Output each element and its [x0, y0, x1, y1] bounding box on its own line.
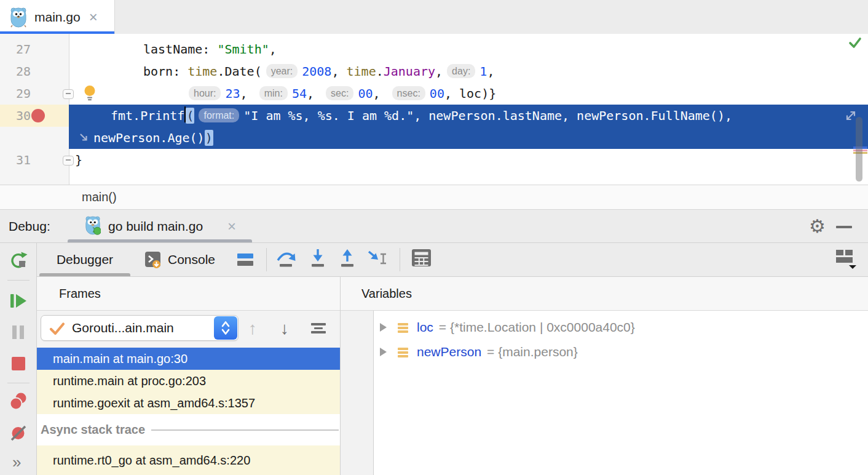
- go-gopher-debug-icon: [85, 215, 101, 235]
- code-token: 54: [292, 86, 307, 101]
- variable-name: loc: [417, 320, 433, 335]
- line-number: 30: [0, 105, 31, 127]
- combo-stepper-icon[interactable]: [214, 316, 237, 340]
- next-frame-icon[interactable]: ↓: [280, 311, 289, 348]
- frame-row-label: runtime.goexit at asm_amd64.s:1357: [37, 392, 340, 414]
- variables-tree: loc= {*time.Location | 0xc0000a40c0}newP…: [374, 311, 868, 475]
- inspections-ok-icon[interactable]: [848, 37, 862, 49]
- soft-wrap-icon: [79, 132, 90, 143]
- code-token: "I am %s, %s. I am %d.", newPerson.lastN…: [243, 108, 732, 123]
- frame-row-label: runtime.main at proc.go:203: [37, 370, 340, 392]
- step-over-icon[interactable]: [275, 249, 296, 267]
- code-token: time: [347, 64, 376, 79]
- code-token: ,: [240, 86, 255, 101]
- console-icon: [145, 252, 161, 268]
- code-line-continuation[interactable]: newPerson.Age()): [69, 127, 868, 149]
- code-line[interactable]: }: [69, 149, 868, 171]
- active-session-underline: [68, 239, 252, 242]
- line-number: 29: [0, 82, 31, 105]
- editor-scrollbar-thumb[interactable]: [856, 117, 862, 182]
- goroutine-selector-label: Gorouti...ain.main: [72, 316, 174, 340]
- frame-row[interactable]: main.main at main.go:30: [37, 348, 340, 370]
- hide-frames-filter-icon[interactable]: [311, 321, 326, 333]
- intention-bulb-icon[interactable]: [84, 85, 96, 102]
- code-token: 2008: [302, 64, 331, 79]
- previous-frame-icon[interactable]: ↑: [248, 311, 257, 348]
- editor-tab-main-go[interactable]: main.go ×: [0, 0, 115, 34]
- breakpoint-icon[interactable]: [31, 109, 45, 122]
- inlay-hint: format:: [199, 108, 239, 122]
- stop-icon[interactable]: [11, 356, 26, 371]
- variable-icon: [398, 346, 408, 357]
- code-line[interactable]: born: time.Date(year:2008, time.January,…: [69, 60, 868, 82]
- toolbar-separator: [266, 248, 267, 271]
- code-line[interactable]: hour:23, min:54, sec:00, nsec:00, loc)}: [69, 82, 868, 105]
- code-token: newPerson.Age(): [93, 130, 205, 145]
- code-line[interactable]: lastName: "Smith",: [69, 38, 868, 60]
- thread-ok-icon: [49, 322, 65, 335]
- settings-gear-icon[interactable]: ⚙: [809, 210, 826, 242]
- breadcrumb-bar: main(): [0, 185, 868, 210]
- threads-view-icon[interactable]: [237, 252, 253, 268]
- more-actions-icon[interactable]: »: [12, 454, 21, 470]
- frame-row-label: runtime.rt0_go at asm_amd64.s:220: [37, 445, 340, 475]
- pause-icon[interactable]: [10, 324, 26, 340]
- close-icon[interactable]: ×: [89, 10, 98, 25]
- evaluate-expression-icon[interactable]: [412, 249, 432, 267]
- hide-toolwindow-icon[interactable]: [836, 226, 852, 228]
- inlay-hint: year:: [266, 64, 298, 78]
- frame-row-label: main.main at main.go:30: [37, 348, 340, 370]
- active-tool-tab-underline: [39, 273, 130, 276]
- frame-row[interactable]: runtime.goexit at asm_amd64.s:1357: [37, 392, 340, 414]
- breadcrumb-item[interactable]: main(): [82, 185, 117, 209]
- code-token: ,: [269, 42, 277, 57]
- code-token: }: [75, 153, 82, 167]
- code-token: ,: [487, 64, 494, 79]
- variable-row[interactable]: loc= {*time.Location | 0xc0000a40c0}: [374, 315, 868, 340]
- debug-label: Debug:: [9, 210, 50, 242]
- editor-tab-bar: main.go ×: [0, 0, 868, 34]
- debug-session-tab[interactable]: go build main.go ×: [68, 210, 252, 242]
- variable-value: = {main.person}: [487, 345, 578, 359]
- inlay-hint: hour:: [189, 86, 221, 100]
- inlay-hint: min:: [259, 86, 288, 100]
- layout-settings-icon[interactable]: [836, 250, 857, 269]
- code-token: time: [187, 64, 217, 79]
- code-token: ,: [373, 86, 388, 101]
- mute-breakpoints-icon[interactable]: [10, 424, 27, 441]
- tab-debugger[interactable]: Debugger: [39, 243, 130, 276]
- code-line[interactable]: fmt.Printf(format:"I am %s, %s. I am %d.…: [69, 105, 868, 127]
- frames-panel-title: Frames: [59, 277, 101, 310]
- tab-console[interactable]: Console: [145, 243, 231, 276]
- frame-row[interactable]: runtime.rt0_go at asm_amd64.s:220: [37, 445, 340, 475]
- code-token: (: [186, 108, 194, 124]
- variables-panel-title: Variables: [361, 277, 412, 310]
- rail-separator: [7, 280, 30, 281]
- goroutine-selector[interactable]: Gorouti...ain.main: [41, 315, 239, 341]
- code-token: 00: [358, 86, 373, 101]
- close-icon[interactable]: ×: [227, 210, 236, 242]
- run-to-cursor-icon[interactable]: [366, 249, 389, 267]
- line-number: 28: [0, 60, 31, 82]
- variable-value: = {*time.Location | 0xc0000a40c0}: [439, 320, 635, 335]
- code-token: born:: [143, 64, 187, 79]
- expand-triangle-icon[interactable]: [380, 348, 387, 356]
- ide-window: main.go × 27lastName: "Smith",28born: ti…: [0, 0, 868, 475]
- frames-toolbar: Gorouti...ain.main: [37, 311, 340, 348]
- frame-row[interactable]: runtime.main at proc.go:203: [37, 370, 340, 392]
- code-token: lastName:: [143, 42, 217, 57]
- code-token: ): [205, 130, 213, 146]
- code-token: "Smith": [217, 42, 269, 57]
- variable-row[interactable]: newPerson= {main.person}: [374, 340, 868, 364]
- step-into-icon[interactable]: [307, 249, 328, 267]
- resume-icon[interactable]: [9, 292, 28, 310]
- view-breakpoints-icon[interactable]: [9, 393, 28, 410]
- rerun-icon[interactable]: [9, 251, 28, 269]
- code-token: January: [384, 64, 435, 79]
- code-token: 00: [430, 86, 444, 101]
- frames-list: main.main at main.go:30runtime.main at p…: [37, 348, 340, 475]
- step-out-icon[interactable]: [337, 249, 358, 267]
- expand-triangle-icon[interactable]: [380, 323, 387, 332]
- line-number: 27: [0, 38, 31, 60]
- rail-separator: [7, 383, 30, 383]
